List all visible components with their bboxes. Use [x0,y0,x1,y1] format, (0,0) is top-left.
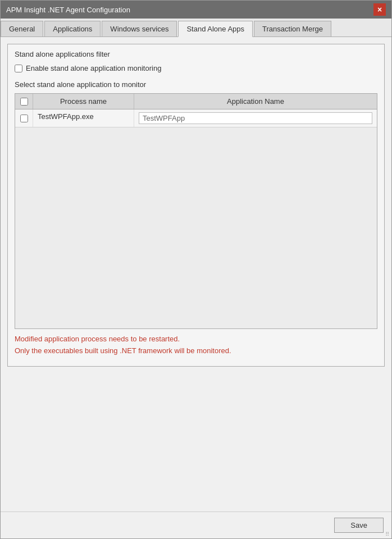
row-select-checkbox[interactable] [20,115,28,122]
bottom-bar: Save [1,511,391,538]
th-app-name: Application Name [134,94,377,109]
select-all-checkbox[interactable] [20,98,28,106]
main-section-box: Stand alone applications filter Enable s… [7,44,385,367]
row-app-name-input[interactable] [139,112,372,124]
content-area: Stand alone applications filter Enable s… [1,37,391,511]
app-table: Process name Application Name TestWPFApp… [15,93,377,329]
close-button[interactable]: × [373,3,386,16]
enable-monitoring-checkbox[interactable] [15,65,22,72]
tab-stand-alone-apps[interactable]: Stand Alone Apps [178,21,253,37]
tab-windows-services[interactable]: Windows services [102,21,177,36]
save-button[interactable]: Save [334,518,384,533]
tab-transaction-merge[interactable]: Transaction Merge [254,21,331,36]
enable-checkbox-row: Enable stand alone application monitorin… [15,64,377,72]
row-checkbox-cell [15,109,33,127]
th-select-all [15,94,33,109]
th-process-name: Process name [33,94,134,109]
row-process-name: TestWPFApp.exe [33,109,134,127]
window-title: APM Insight .NET Agent Configuration [6,6,130,14]
row-app-name-cell [134,109,377,127]
section-title: Stand alone applications filter [15,50,377,58]
enable-checkbox-label: Enable stand alone application monitorin… [26,64,161,72]
table-row: TestWPFApp.exe [15,109,377,127]
notice-2: Only the executables built using .NET fr… [15,346,377,355]
main-window: APM Insight .NET Agent Configuration × G… [0,0,392,539]
notice-1: Modified application process needs to be… [15,335,377,343]
table-header: Process name Application Name [15,94,377,109]
sub-section-title: Select stand alone application to monito… [15,80,377,89]
tabs-container: General Applications Windows services St… [1,19,391,37]
notice-area: Modified application process needs to be… [15,329,377,360]
resize-handle: ⠿ [385,531,389,537]
tab-general[interactable]: General [1,21,43,36]
tab-applications[interactable]: Applications [44,21,101,36]
title-bar: APM Insight .NET Agent Configuration × [1,1,391,19]
